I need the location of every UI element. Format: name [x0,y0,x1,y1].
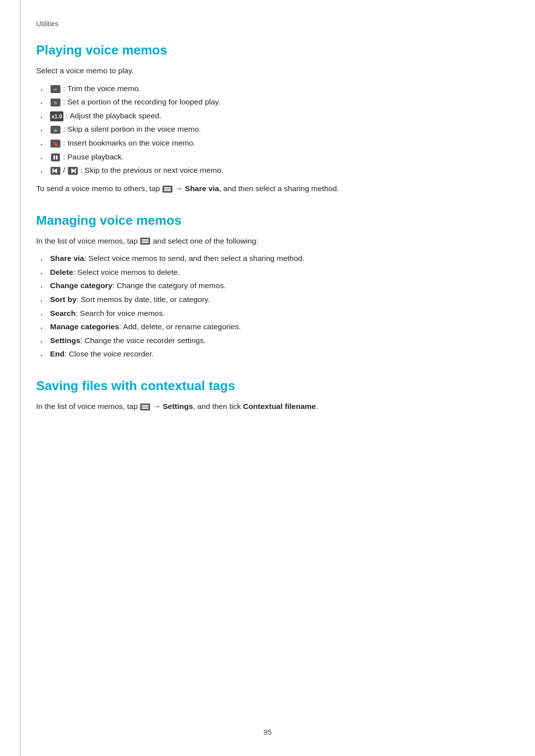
bullet-speed: x1.0 : Adjust the playback speed. [36,109,499,122]
svg-rect-16 [75,168,76,173]
bullet-settings: Settings: Change the voice recorder sett… [36,334,499,347]
managing-intro: In the list of voice memos, tap and sele… [36,235,499,248]
svg-rect-27 [142,406,149,407]
bullet-bookmark: 🔖 : Insert bookmarks on the voice memo. [36,137,499,150]
svg-rect-19 [164,189,171,190]
bullet-search: Search: Search for voice memos. [36,307,499,320]
bullet-delete: Delete: Select voice memos to delete. [36,266,499,279]
next-icon [67,166,78,175]
menu-icon-manage [140,237,151,246]
loop-icon: ↻ [50,98,61,107]
managing-bullets-list: Share via: Select voice memos to send, a… [36,252,499,360]
bullet-prev-next: / : Skip to the previous or next voice m… [36,164,499,177]
bookmark-icon: 🔖 [50,139,61,148]
svg-rect-20 [164,190,171,191]
page-container: Utilities Playing voice memos Select a v… [0,0,535,756]
svg-rect-8 [51,153,60,161]
bullet-sort-by: Sort by: Sort memos by date, title, or c… [36,293,499,306]
svg-rect-24 [142,242,149,243]
svg-text:🔖: 🔖 [53,141,59,147]
saving-files-title: Saving files with contextual tags [36,378,499,394]
utilities-label: Utilities [36,20,499,28]
bullet-pause: : Pause playback. [36,151,499,163]
bullet-change-category: Change category: Change the category of … [36,279,499,292]
bullet-end: End: Close the voice recorder. [36,348,499,360]
page-number: 95 [264,728,272,736]
svg-text:≫: ≫ [54,128,57,133]
playing-bullets-list: ✂ : Trim the voice memo. ↻ : Set a porti… [36,82,499,177]
pause-icon [50,153,61,162]
playing-voice-memos-title: Playing voice memos [36,43,499,58]
bullet-skip-silence: ≫ : Skip a silent portion in the voice m… [36,123,499,136]
svg-rect-10 [56,155,57,159]
prev-icon [50,166,61,175]
managing-voice-memos-title: Managing voice memos [36,213,499,228]
speed-icon: x1.0 [50,111,63,121]
bullet-share-via: Share via: Select voice memos to send, a… [36,252,499,265]
svg-rect-26 [142,405,149,406]
send-memo-text: To send a voice memo to others, tap → Sh… [36,183,499,195]
skip-silence-icon: ≫ [50,125,61,134]
trim-icon: ✂ [50,85,61,94]
menu-icon-send [162,185,173,194]
svg-rect-9 [54,155,55,159]
bullet-trim: ✂ : Trim the voice memo. [36,82,499,95]
playing-intro: Select a voice memo to play. [36,65,499,77]
svg-rect-28 [142,408,149,409]
saving-files-body: In the list of voice memos, tap → Settin… [36,401,499,413]
svg-rect-13 [53,168,54,173]
left-border [20,0,21,756]
svg-rect-23 [142,241,149,242]
bullet-loop: ↻ : Set a portion of the recording for l… [36,96,499,108]
svg-text:↻: ↻ [54,101,57,105]
menu-icon-saving [140,403,151,411]
svg-rect-22 [142,239,149,240]
bullet-manage-categories: Manage categories: Add, delete, or renam… [36,320,499,333]
svg-rect-18 [164,187,171,188]
svg-text:✂: ✂ [54,87,57,92]
